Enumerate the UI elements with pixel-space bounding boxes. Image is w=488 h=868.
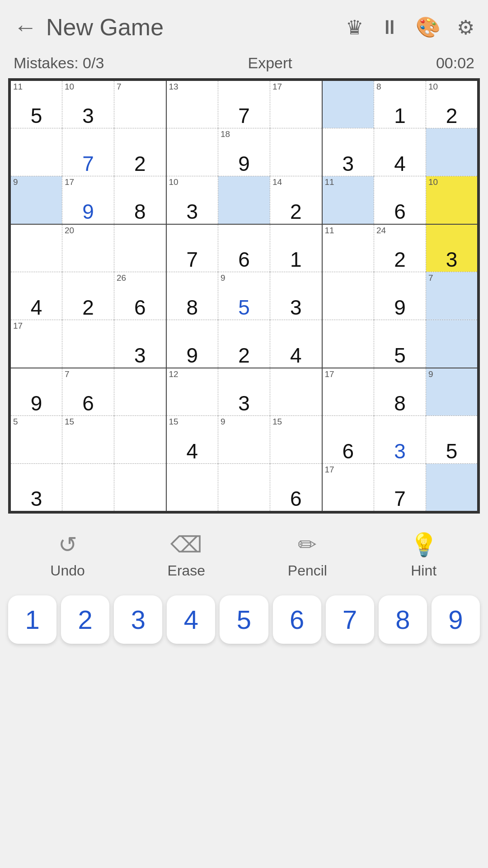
cell-0-4[interactable]: 7	[218, 80, 270, 128]
cell-1-2[interactable]: 2	[114, 128, 166, 176]
cell-4-3[interactable]: 8	[166, 272, 218, 320]
cell-2-0[interactable]: 9	[10, 176, 62, 224]
num-button-4[interactable]: 4	[167, 595, 215, 644]
cell-5-3[interactable]: 9	[166, 320, 218, 368]
cell-7-3[interactable]: 154	[166, 416, 218, 464]
cell-2-3[interactable]: 103	[166, 176, 218, 224]
cell-3-8[interactable]: 3	[426, 224, 478, 272]
cell-5-7[interactable]: 5	[374, 320, 426, 368]
cell-3-1[interactable]: 20	[62, 224, 114, 272]
cell-1-5[interactable]	[270, 128, 322, 176]
cell-1-8[interactable]	[426, 128, 478, 176]
num-button-1[interactable]: 1	[8, 595, 56, 644]
cell-0-0[interactable]: 115	[10, 80, 62, 128]
cell-1-0[interactable]	[10, 128, 62, 176]
cell-8-5[interactable]: 6	[270, 464, 322, 512]
cell-8-7[interactable]: 7	[374, 464, 426, 512]
undo-button[interactable]: ↺ Undo	[50, 532, 85, 579]
cell-4-1[interactable]: 2	[62, 272, 114, 320]
cell-7-5[interactable]: 15	[270, 416, 322, 464]
cell-0-7[interactable]: 81	[374, 80, 426, 128]
back-button[interactable]: ←	[14, 15, 37, 39]
cell-0-8[interactable]: 102	[426, 80, 478, 128]
cell-5-8[interactable]	[426, 320, 478, 368]
cell-3-6[interactable]: 11	[322, 224, 374, 272]
cell-4-4[interactable]: 95	[218, 272, 270, 320]
num-button-5[interactable]: 5	[220, 595, 268, 644]
cell-5-1[interactable]	[62, 320, 114, 368]
cell-7-6[interactable]: 6	[322, 416, 374, 464]
cell-5-6[interactable]	[322, 320, 374, 368]
cell-8-6[interactable]: 17	[322, 464, 374, 512]
cell-8-1[interactable]	[62, 464, 114, 512]
num-button-6[interactable]: 6	[273, 595, 321, 644]
erase-button[interactable]: ⌫ Erase	[168, 532, 206, 579]
num-button-2[interactable]: 2	[61, 595, 109, 644]
cell-0-2[interactable]: 7	[114, 80, 166, 128]
cell-6-0[interactable]: 9	[10, 368, 62, 416]
cell-1-3[interactable]	[166, 128, 218, 176]
cell-2-5[interactable]: 142	[270, 176, 322, 224]
num-button-3[interactable]: 3	[114, 595, 162, 644]
cell-6-8[interactable]: 9	[426, 368, 478, 416]
hint-button[interactable]: 💡 Hint	[410, 532, 438, 579]
cell-2-2[interactable]: 8	[114, 176, 166, 224]
cell-6-3[interactable]: 12	[166, 368, 218, 416]
pause-icon[interactable]: ⏸	[380, 16, 399, 38]
cell-2-7[interactable]: 6	[374, 176, 426, 224]
cell-5-5[interactable]: 4	[270, 320, 322, 368]
num-button-9[interactable]: 9	[432, 595, 480, 644]
cell-8-2[interactable]	[114, 464, 166, 512]
cell-6-1[interactable]: 76	[62, 368, 114, 416]
cell-3-0[interactable]	[10, 224, 62, 272]
cell-4-5[interactable]: 3	[270, 272, 322, 320]
cell-1-6[interactable]: 3	[322, 128, 374, 176]
cell-8-0[interactable]: 3	[10, 464, 62, 512]
cell-5-2[interactable]: 3	[114, 320, 166, 368]
cell-0-1[interactable]: 103	[62, 80, 114, 128]
cell-8-4[interactable]	[218, 464, 270, 512]
cell-7-7[interactable]: 3	[374, 416, 426, 464]
cell-7-8[interactable]: 5	[426, 416, 478, 464]
cell-4-6[interactable]	[322, 272, 374, 320]
cell-2-6[interactable]: 11	[322, 176, 374, 224]
cell-2-1[interactable]: 179	[62, 176, 114, 224]
cell-6-4[interactable]: 3	[218, 368, 270, 416]
pencil-button[interactable]: ✏ Pencil	[288, 532, 327, 579]
cell-0-3[interactable]: 13	[166, 80, 218, 128]
cell-4-7[interactable]: 9	[374, 272, 426, 320]
cell-0-6[interactable]	[322, 80, 374, 128]
cell-6-6[interactable]: 17	[322, 368, 374, 416]
cell-7-0[interactable]: 5	[10, 416, 62, 464]
cell-3-3[interactable]: 7	[166, 224, 218, 272]
cell-5-4[interactable]: 2	[218, 320, 270, 368]
cell-3-4[interactable]: 6	[218, 224, 270, 272]
cell-1-4[interactable]: 189	[218, 128, 270, 176]
cell-2-8[interactable]: 10	[426, 176, 478, 224]
num-button-8[interactable]: 8	[379, 595, 427, 644]
cell-6-7[interactable]: 8	[374, 368, 426, 416]
cell-3-5[interactable]: 1	[270, 224, 322, 272]
cell-corner-number: 12	[169, 370, 178, 378]
num-button-7[interactable]: 7	[326, 595, 374, 644]
crown-icon[interactable]: ♛	[346, 16, 363, 39]
settings-icon[interactable]: ⚙	[457, 16, 474, 39]
cell-1-1[interactable]: 7	[62, 128, 114, 176]
cell-6-5[interactable]	[270, 368, 322, 416]
cell-7-4[interactable]: 9	[218, 416, 270, 464]
cell-7-1[interactable]: 15	[62, 416, 114, 464]
cell-5-0[interactable]: 17	[10, 320, 62, 368]
cell-3-7[interactable]: 242	[374, 224, 426, 272]
cell-7-2[interactable]	[114, 416, 166, 464]
palette-icon[interactable]: 🎨	[416, 15, 441, 39]
cell-8-3[interactable]	[166, 464, 218, 512]
cell-3-2[interactable]	[114, 224, 166, 272]
cell-8-8[interactable]	[426, 464, 478, 512]
cell-4-8[interactable]: 7	[426, 272, 478, 320]
cell-0-5[interactable]: 17	[270, 80, 322, 128]
cell-1-7[interactable]: 4	[374, 128, 426, 176]
cell-4-2[interactable]: 266	[114, 272, 166, 320]
cell-4-0[interactable]: 4	[10, 272, 62, 320]
cell-2-4[interactable]	[218, 176, 270, 224]
cell-6-2[interactable]	[114, 368, 166, 416]
